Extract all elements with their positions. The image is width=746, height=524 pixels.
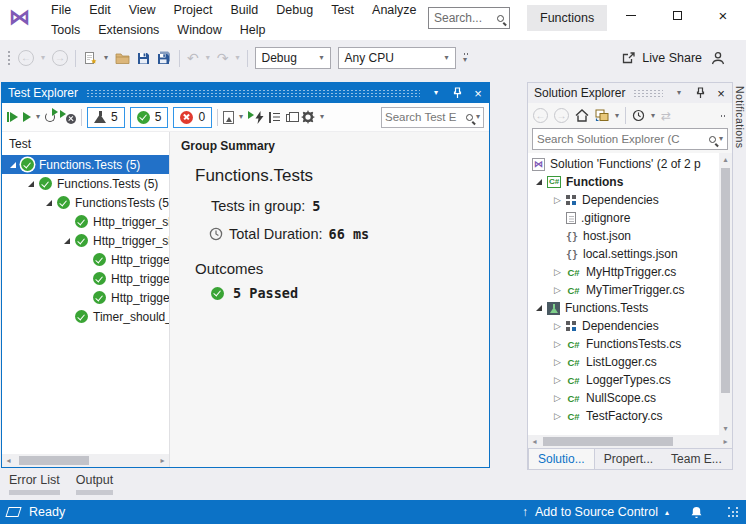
toolbar-overflow-icon[interactable]: ▾	[463, 53, 468, 64]
panel-tab-output[interactable]: Output	[76, 473, 114, 495]
menu-item-file[interactable]: File	[42, 3, 80, 17]
menu-item-view[interactable]: View	[120, 3, 165, 17]
test-tree-row[interactable]: Http_trigger_sho	[2, 269, 169, 288]
playlist-icon[interactable]	[223, 111, 234, 124]
menu-item-test[interactable]: Test	[322, 3, 363, 17]
close-button[interactable]: ×	[700, 0, 746, 30]
solution-tree-row[interactable]: {}host.json	[528, 227, 719, 245]
chevron-up-icon[interactable]: ▴	[665, 508, 669, 517]
scrollbar-thumb[interactable]	[721, 168, 730, 393]
pin-icon[interactable]	[449, 87, 465, 99]
menu-item-build[interactable]: Build	[221, 3, 267, 17]
account-icon[interactable]	[710, 51, 725, 65]
solution-tree-row[interactable]: ▷C#MyHttpTrigger.cs	[528, 263, 719, 281]
solution-tree-row[interactable]: ⋈Solution 'Functions' (2 of 2 p	[528, 155, 719, 173]
expander-icon[interactable]: ▷	[550, 196, 565, 205]
scroll-up-icon[interactable]: ▴	[719, 153, 732, 166]
filter-failed-tests-button[interactable]: 0	[173, 107, 212, 128]
toolbar-grip[interactable]	[7, 50, 11, 66]
open-folder-icon[interactable]	[115, 52, 130, 64]
vertical-scrollbar[interactable]: ▴ ▾	[719, 153, 732, 435]
menu-item-analyze[interactable]: Analyze	[363, 3, 425, 17]
forward-icon[interactable]: →	[554, 108, 569, 123]
sync-with-active-document-icon[interactable]: ⇄	[661, 109, 671, 123]
quick-search-box[interactable]: Search...	[428, 7, 510, 29]
switch-views-icon[interactable]	[595, 109, 609, 122]
solution-tree-row[interactable]: ▷Dependencies	[528, 317, 719, 335]
minimize-button[interactable]	[608, 0, 654, 30]
tool-window-tab-teame[interactable]: Team E...	[662, 449, 731, 469]
test-tree-row[interactable]: Http_trigger_shoul	[2, 212, 169, 231]
test-tree-row[interactable]: Http_trigger_shoul	[2, 231, 169, 250]
cancel-run-icon[interactable]	[60, 110, 76, 124]
expander-icon[interactable]	[59, 238, 74, 244]
solution-tree-row[interactable]: ▷C#LoggerTypes.cs	[528, 371, 719, 389]
navigate-back-icon[interactable]: ←	[18, 50, 34, 66]
back-icon[interactable]: ←	[533, 108, 548, 123]
solution-configurations-dropdown[interactable]: Debug ▾	[255, 47, 331, 69]
expander-icon[interactable]	[41, 200, 56, 206]
test-tree-row[interactable]: Timer_should_log_	[2, 307, 169, 326]
test-tree-row[interactable]: Functions.Tests (5)	[2, 155, 169, 174]
expander-icon[interactable]: ▷	[550, 412, 565, 421]
window-position-icon[interactable]: ▾	[671, 89, 687, 97]
scroll-left-icon[interactable]: ◂	[2, 454, 15, 467]
bell-icon[interactable]	[690, 506, 703, 519]
solution-tree-row[interactable]: ▷C#ListLogger.cs	[528, 353, 719, 371]
expander-icon[interactable]: ▷	[550, 322, 565, 331]
switch-views-dropdown-icon[interactable]: ▾	[615, 112, 619, 120]
playlist-dropdown-icon[interactable]: ▾	[239, 113, 243, 121]
horizontal-scrollbar[interactable]: ◂ ▸	[528, 435, 732, 448]
solution-tree-row[interactable]: Functions.Tests	[528, 299, 719, 317]
home-icon[interactable]	[575, 109, 589, 122]
tool-window-tab-solutio[interactable]: Solutio...	[528, 449, 595, 469]
scrollbar-thumb[interactable]	[543, 437, 673, 446]
expander-icon[interactable]: ▷	[550, 286, 565, 295]
new-project-icon[interactable]	[83, 51, 97, 65]
undo-icon[interactable]: ↶	[187, 51, 199, 65]
run-tests-after-build-icon[interactable]	[248, 111, 264, 124]
test-tree-row[interactable]: FunctionsTests (5)	[2, 193, 169, 212]
redo-icon[interactable]: ↷	[217, 51, 229, 65]
solution-tree-row[interactable]: ▷C#MyTimerTrigger.cs	[528, 281, 719, 299]
test-hierarchy-icon[interactable]	[286, 114, 294, 122]
scroll-right-icon[interactable]: ▸	[156, 454, 169, 467]
pin-icon[interactable]	[692, 87, 708, 99]
horizontal-scrollbar[interactable]: ◂ ▸	[2, 454, 169, 467]
redo-dropdown-icon[interactable]: ▾	[236, 54, 240, 62]
background-tasks-icon[interactable]	[5, 507, 21, 517]
toolbar-overflow-icon[interactable]	[720, 115, 727, 117]
scroll-down-icon[interactable]: ▾	[719, 422, 732, 435]
close-icon[interactable]: ×	[713, 86, 729, 101]
expander-icon[interactable]: ▷	[550, 340, 565, 349]
solution-tree-row[interactable]: .gitignore	[528, 209, 719, 227]
navigate-back-dropdown-icon[interactable]: ▾	[41, 54, 45, 62]
test-tree-row[interactable]: Http_trigger_sho	[2, 250, 169, 269]
filter-dropdown-icon[interactable]: ▾	[651, 112, 655, 120]
window-position-icon[interactable]: ▾	[428, 89, 444, 97]
navigate-forward-icon[interactable]: →	[52, 50, 68, 66]
settings-dropdown-icon[interactable]: ▾	[320, 113, 324, 121]
run-dropdown-icon[interactable]: ▾	[36, 113, 40, 121]
test-tree-row[interactable]: Functions.Tests (5)	[2, 174, 169, 193]
menu-item-window[interactable]: Window	[168, 23, 230, 37]
new-project-dropdown-icon[interactable]: ▾	[104, 54, 108, 62]
scroll-left-icon[interactable]: ◂	[528, 435, 541, 448]
solution-tree-row[interactable]: ▷C#NullScope.cs	[528, 389, 719, 407]
filter-total-tests-button[interactable]: 5	[87, 107, 125, 128]
menu-item-project[interactable]: Project	[165, 3, 222, 17]
undo-dropdown-icon[interactable]: ▾	[206, 54, 210, 62]
test-explorer-title-bar[interactable]: Test Explorer ▾ ×	[2, 83, 489, 103]
group-by-icon[interactable]	[269, 112, 281, 123]
test-tree-row[interactable]: Http_trigger_sho	[2, 288, 169, 307]
scroll-right-icon[interactable]: ▸	[719, 435, 732, 448]
solution-tree-row[interactable]: {}local.settings.json	[528, 245, 719, 263]
tool-window-tab-propert[interactable]: Propert...	[595, 449, 662, 469]
menu-item-tools[interactable]: Tools	[42, 23, 89, 37]
expander-icon[interactable]	[531, 179, 546, 185]
menu-item-edit[interactable]: Edit	[80, 3, 120, 17]
solution-explorer-search-box[interactable]: Search Solution Explorer (C ▾	[532, 128, 728, 150]
solution-tree-row[interactable]: ▷Dependencies	[528, 191, 719, 209]
solution-tree-row[interactable]: ▷C#FunctionsTests.cs	[528, 335, 719, 353]
add-to-source-control-button[interactable]: Add to Source Control	[535, 505, 658, 519]
